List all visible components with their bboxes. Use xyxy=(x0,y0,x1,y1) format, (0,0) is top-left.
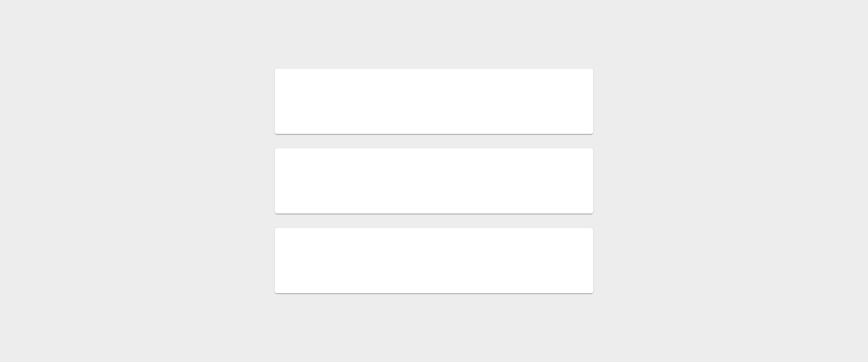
card-1 xyxy=(275,69,593,134)
card-3 xyxy=(275,228,593,293)
card-stack xyxy=(275,69,593,293)
card-2 xyxy=(275,148,593,214)
